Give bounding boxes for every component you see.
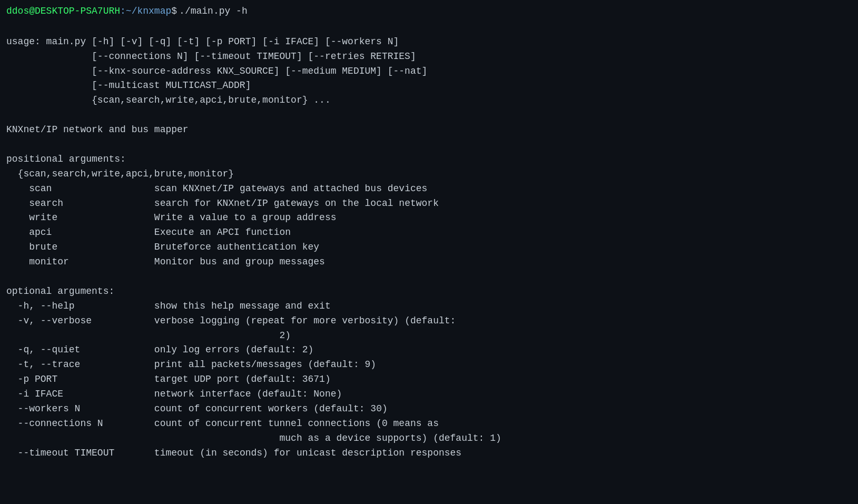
terminal-output: usage: main.py [-h] [-v] [-q] [-t] [-p P…: [6, 20, 852, 476]
usage-cont2: [--knx-source-address KNX_SOURCE] [--med…: [6, 66, 427, 76]
opt-workers: --workers N count of concurrent workers …: [6, 403, 388, 414]
prompt-path: :~/knxmap: [120, 4, 171, 19]
cmd-apci: apci Execute an APCI function: [6, 227, 291, 238]
terminal-window: ddos@DESKTOP-PSA7URH:~/knxmap$ ./main.py…: [6, 4, 852, 476]
positional-subcommands: {scan,search,write,apci,brute,monitor}: [6, 169, 234, 179]
cmd-monitor: monitor Monitor bus and group messages: [6, 256, 325, 267]
opt-trace: -t, --trace print all packets/messages (…: [6, 359, 376, 370]
prompt-user: ddos@DESKTOP-PSA7URH: [6, 4, 120, 19]
cmd-search: search search for KNXnet/IP gateways on …: [6, 198, 439, 209]
opt-quiet: -q, --quiet only log errors (default: 2): [6, 344, 313, 355]
description: KNXnet/IP network and bus mapper: [6, 124, 189, 135]
usage-line: usage: main.py [-h] [-v] [-q] [-t] [-p P…: [6, 36, 399, 47]
prompt-dollar: $: [171, 4, 177, 19]
usage-cont4: {scan,search,write,apci,brute,monitor} .…: [6, 95, 331, 105]
cmd-scan: scan scan KNXnet/IP gateways and attache…: [6, 183, 427, 194]
opt-connections: --connections N count of concurrent tunn…: [6, 418, 439, 429]
cmd-brute: brute Bruteforce authentication key: [6, 242, 319, 252]
opt-verbose-cont: 2): [6, 330, 291, 341]
usage-cont3: [--multicast MULTICAST_ADDR]: [6, 80, 251, 91]
opt-timeout: --timeout TIMEOUT timeout (in seconds) f…: [6, 448, 461, 458]
positional-header: positional arguments:: [6, 154, 126, 164]
opt-help: -h, --help show this help message and ex…: [6, 301, 331, 311]
opt-port: -p PORT target UDP port (default: 3671): [6, 374, 331, 384]
usage-cont1: [--connections N] [--timeout TIMEOUT] [-…: [6, 51, 416, 62]
optional-header: optional arguments:: [6, 286, 114, 297]
cmd-write: write Write a value to a group address: [6, 212, 337, 223]
opt-iface: -i IFACE network interface (default: Non…: [6, 389, 342, 399]
opt-connections-cont: much as a device supports) (default: 1): [6, 433, 501, 443]
opt-verbose: -v, --verbose verbose logging (repeat fo…: [6, 315, 456, 326]
prompt-command: ./main.py -h: [179, 4, 248, 19]
prompt-line: ddos@DESKTOP-PSA7URH:~/knxmap$ ./main.py…: [6, 4, 852, 19]
